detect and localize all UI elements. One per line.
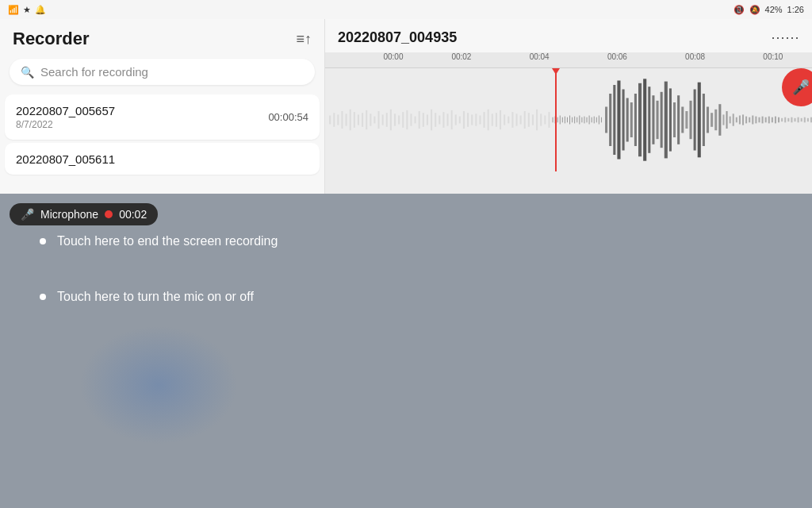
search-bar[interactable]: 🔍 Search for recording xyxy=(10,59,315,85)
recording-item-1[interactable]: 20220807_005657 8/7/2022 00:00:54 xyxy=(5,94,320,140)
svg-rect-73 xyxy=(596,117,597,123)
app-title: Recorder xyxy=(13,29,90,49)
svg-rect-28 xyxy=(442,112,444,128)
svg-rect-49 xyxy=(528,113,530,127)
svg-rect-13 xyxy=(382,114,384,125)
svg-rect-130 xyxy=(807,118,809,121)
svg-rect-110 xyxy=(742,114,744,125)
svg-rect-29 xyxy=(447,114,449,125)
status-left-icons: 📶 ★ 🔔 xyxy=(8,5,46,15)
svg-rect-4 xyxy=(346,114,347,125)
recording-title: 20220807_004935 xyxy=(338,29,457,46)
svg-rect-107 xyxy=(733,114,734,125)
microphone-label: Microphone xyxy=(40,208,98,221)
recording-item-2[interactable]: 20220807_005611 xyxy=(5,143,320,175)
svg-rect-85 xyxy=(643,79,646,160)
svg-rect-66 xyxy=(579,116,580,125)
search-placeholder: Search for recording xyxy=(40,65,148,79)
svg-rect-70 xyxy=(589,116,590,125)
svg-rect-43 xyxy=(504,114,505,125)
more-options-icon[interactable]: ⋯⋯ xyxy=(771,29,799,46)
svg-rect-120 xyxy=(775,117,776,124)
recording-duration-1: 00:00:54 xyxy=(268,111,308,123)
svg-rect-119 xyxy=(772,117,773,123)
app-container: Recorder ≡↑ 🔍 Search for recording 20220… xyxy=(0,19,812,194)
recording-bar[interactable]: 🎤 Microphone 00:02 xyxy=(10,203,158,225)
instruction-line-1[interactable]: Touch here to end the screen recording xyxy=(40,234,278,248)
left-panel: Recorder ≡↑ 🔍 Search for recording 20220… xyxy=(0,19,325,194)
svg-rect-102 xyxy=(714,110,717,130)
svg-rect-100 xyxy=(707,107,709,133)
svg-rect-40 xyxy=(492,114,493,125)
svg-rect-129 xyxy=(804,117,806,123)
svg-rect-5 xyxy=(350,110,351,130)
recording-date-1: 8/7/2022 xyxy=(16,119,115,130)
timeline-area: 00:00 00:02 00:04 00:06 00:08 00:10 xyxy=(325,52,812,194)
svg-rect-111 xyxy=(745,117,747,124)
bluetooth-status-icon: 📵 xyxy=(733,5,745,15)
svg-rect-80 xyxy=(622,90,625,151)
svg-rect-79 xyxy=(617,81,620,160)
svg-rect-81 xyxy=(626,98,629,142)
svg-rect-99 xyxy=(703,94,705,146)
svg-rect-31 xyxy=(455,114,457,125)
svg-rect-86 xyxy=(648,87,650,153)
svg-rect-7 xyxy=(358,114,359,125)
svg-rect-122 xyxy=(781,118,783,121)
wifi-icon: 📶 xyxy=(8,5,19,15)
svg-rect-93 xyxy=(677,95,680,144)
ruler-label-0: 00:00 xyxy=(383,52,403,61)
right-panel: 20220807_004935 ⋯⋯ 00:00 00:02 00:04 00:… xyxy=(325,19,812,194)
svg-rect-32 xyxy=(459,117,461,124)
svg-rect-36 xyxy=(475,114,477,125)
status-bar: 📶 ★ 🔔 📵 🔕 42% 1:26 xyxy=(0,0,812,19)
recording-info-1: 20220807_005657 8/7/2022 xyxy=(16,104,115,130)
svg-rect-105 xyxy=(726,111,728,129)
recording-dot xyxy=(105,210,113,218)
svg-rect-71 xyxy=(592,117,592,123)
svg-rect-1 xyxy=(333,113,335,127)
svg-rect-8 xyxy=(362,113,363,127)
menu-sort-icon[interactable]: ≡↑ xyxy=(296,31,312,48)
svg-rect-23 xyxy=(423,113,424,127)
svg-rect-88 xyxy=(657,101,659,139)
svg-rect-106 xyxy=(730,117,731,124)
svg-rect-47 xyxy=(520,116,522,125)
svg-rect-83 xyxy=(634,94,637,146)
svg-rect-96 xyxy=(689,101,691,139)
svg-rect-12 xyxy=(378,111,380,129)
svg-rect-57 xyxy=(557,117,558,123)
svg-rect-30 xyxy=(451,110,453,129)
instruction-area: Touch here to end the screen recording T… xyxy=(40,234,278,345)
svg-rect-46 xyxy=(515,114,517,125)
svg-rect-90 xyxy=(665,82,668,159)
right-header: 20220807_004935 ⋯⋯ xyxy=(325,19,812,52)
svg-rect-77 xyxy=(609,94,611,146)
instruction-line-2[interactable]: Touch here to turn the mic on or off xyxy=(40,290,278,304)
battery-percent: 42% xyxy=(765,5,783,14)
left-header: Recorder ≡↑ xyxy=(0,19,324,56)
svg-rect-89 xyxy=(661,92,663,148)
ruler-label-1: 00:02 xyxy=(451,52,471,61)
notification-icon: 🔔 xyxy=(35,5,46,15)
svg-rect-58 xyxy=(560,116,561,125)
playhead xyxy=(555,68,557,171)
svg-rect-113 xyxy=(752,116,753,125)
svg-rect-11 xyxy=(373,117,375,124)
svg-rect-20 xyxy=(410,114,412,125)
svg-rect-104 xyxy=(722,114,724,125)
svg-rect-22 xyxy=(419,111,420,129)
svg-rect-15 xyxy=(390,110,392,130)
svg-rect-59 xyxy=(562,117,563,123)
svg-rect-76 xyxy=(605,107,607,133)
ruler-label-4: 00:08 xyxy=(685,52,705,61)
svg-rect-14 xyxy=(386,113,388,127)
svg-rect-51 xyxy=(536,110,538,130)
svg-rect-55 xyxy=(553,117,553,123)
svg-rect-19 xyxy=(406,110,408,129)
svg-rect-45 xyxy=(511,112,513,128)
svg-rect-108 xyxy=(736,117,737,123)
svg-rect-48 xyxy=(524,111,526,129)
svg-rect-39 xyxy=(488,110,489,130)
time-display: 1:26 xyxy=(787,5,804,14)
